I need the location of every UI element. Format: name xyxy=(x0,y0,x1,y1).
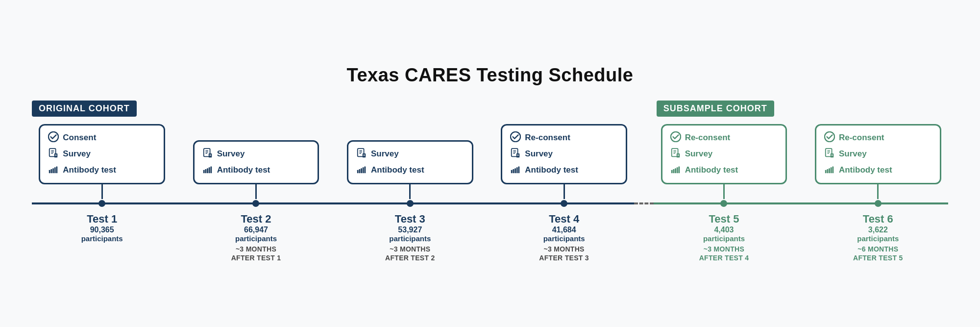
antibody-label-4: Antibody test xyxy=(525,165,578,175)
svg-rect-20 xyxy=(203,170,204,173)
test1-count: 90,365 xyxy=(32,226,172,234)
test6-count: 3,622 xyxy=(808,226,948,234)
stem-1 xyxy=(101,184,103,199)
survey-label-2: Survey xyxy=(217,149,245,159)
tl-dot-3 xyxy=(407,200,414,207)
test3-timing: ~3 MONTHSAFTER TEST 2 xyxy=(340,245,480,262)
test2-plabel: participants xyxy=(186,234,326,243)
test6-info: Test 6 3,622 participants ~6 MONTHSAFTER… xyxy=(808,213,948,262)
dashed-separator xyxy=(634,202,654,204)
test5-antibody-item: Antibody test xyxy=(670,164,778,177)
svg-rect-49 xyxy=(518,166,520,173)
svg-rect-24 xyxy=(210,166,212,173)
survey-icon-5 xyxy=(670,148,681,161)
page-title: Texas CARES Testing Schedule xyxy=(27,65,953,86)
svg-rect-34 xyxy=(361,168,362,173)
test3-box-col: Survey Antibody test xyxy=(340,140,480,184)
test2-timing: ~3 MONTHSAFTER TEST 1 xyxy=(186,245,326,262)
test6-timing: ~6 MONTHSAFTER TEST 5 xyxy=(808,245,948,262)
test4-box-col: Re-consent Survey Antibody test xyxy=(494,124,634,184)
antibody-icon-1 xyxy=(48,164,59,177)
svg-rect-73 xyxy=(829,168,830,173)
original-cohort-label: ORIGINAL COHORT xyxy=(32,101,137,117)
svg-rect-23 xyxy=(208,167,210,173)
survey-label-6: Survey xyxy=(839,149,867,159)
survey-icon-1 xyxy=(48,148,59,161)
tl-dot-5 xyxy=(720,200,727,207)
antibody-label-2: Antibody test xyxy=(217,165,270,175)
survey-label-3: Survey xyxy=(371,149,399,159)
svg-rect-61 xyxy=(676,167,678,173)
test6-reconsent-item: Re-consent xyxy=(824,131,932,145)
svg-point-0 xyxy=(49,132,58,142)
survey-icon-4 xyxy=(510,148,521,161)
antibody-icon-3 xyxy=(356,164,367,177)
info-row: Test 1 90,365 participants Test 2 66,947… xyxy=(27,213,953,262)
test2-survey-item: Survey xyxy=(202,148,310,161)
antibody-label-1: Antibody test xyxy=(63,165,116,175)
survey-label-1: Survey xyxy=(63,149,91,159)
test6-box-col: Re-consent Survey Antibody test xyxy=(808,124,948,184)
test5-plabel: participants xyxy=(654,234,794,243)
test1-info: Test 1 90,365 participants xyxy=(32,213,172,243)
test6-name: Test 6 xyxy=(808,213,948,226)
survey-icon-2 xyxy=(202,148,213,161)
tl-dot-4 xyxy=(561,200,567,207)
test6-box: Re-consent Survey Antibody test xyxy=(815,124,941,184)
svg-rect-74 xyxy=(831,167,832,173)
svg-rect-75 xyxy=(832,166,833,173)
antibody-icon-2 xyxy=(202,164,213,177)
tl-seg-3-4 xyxy=(480,202,494,204)
test4-name: Test 4 xyxy=(494,213,634,226)
consent-check-icon xyxy=(48,131,59,145)
tl-dot-6 xyxy=(875,200,882,207)
test4-reconsent-item: Re-consent xyxy=(510,131,618,145)
antibody-icon-4 xyxy=(510,164,521,177)
svg-rect-32 xyxy=(357,170,359,173)
svg-rect-48 xyxy=(516,167,518,173)
test1-plabel: participants xyxy=(32,234,172,243)
svg-point-50 xyxy=(671,132,681,142)
svg-rect-35 xyxy=(363,167,364,173)
test3-plabel: participants xyxy=(340,234,480,243)
tl-dot-1 xyxy=(98,200,105,207)
svg-rect-22 xyxy=(207,168,208,173)
test5-survey-item: Survey xyxy=(670,148,778,161)
test3-info: Test 3 53,927 participants ~3 MONTHSAFTE… xyxy=(340,213,480,262)
test1-survey-item: Survey xyxy=(48,148,156,161)
stem-5 xyxy=(723,184,725,199)
test3-survey-item: Survey xyxy=(356,148,464,161)
consent-label: Consent xyxy=(63,133,96,143)
test3-name: Test 3 xyxy=(340,213,480,226)
stem-6 xyxy=(877,184,879,199)
survey-label-4: Survey xyxy=(525,149,553,159)
svg-rect-58 xyxy=(671,170,672,173)
svg-rect-46 xyxy=(513,169,514,173)
test1-box-col: Consent Survey Antibody test xyxy=(32,124,172,184)
test1-box: Consent Survey Antibody test xyxy=(39,124,165,184)
test1-consent-item: Consent xyxy=(48,131,156,145)
test4-info: Test 4 41,684 participants ~3 MONTHSAFTE… xyxy=(494,213,634,262)
tl-seg-5-6 xyxy=(794,202,808,204)
reconsent-icon-4 xyxy=(510,131,521,145)
svg-rect-33 xyxy=(359,169,360,173)
test1-antibody-item: Antibody test xyxy=(48,164,156,177)
test2-box-col: Survey Antibody test xyxy=(186,140,326,184)
svg-rect-36 xyxy=(364,166,366,173)
survey-icon-3 xyxy=(356,148,367,161)
chart: ORIGINAL COHORT SUBSAMPLE COHORT xyxy=(27,101,953,262)
test6-antibody-item: Antibody test xyxy=(824,164,932,177)
svg-rect-59 xyxy=(673,169,674,173)
test4-timing: ~3 MONTHSAFTER TEST 3 xyxy=(494,245,634,262)
test4-survey-item: Survey xyxy=(510,148,618,161)
svg-rect-60 xyxy=(675,168,676,173)
survey-label-5: Survey xyxy=(685,149,713,159)
stem-3 xyxy=(409,184,411,199)
test5-reconsent-item: Re-consent xyxy=(670,131,778,145)
test4-count: 41,684 xyxy=(494,226,634,234)
svg-rect-21 xyxy=(205,169,206,173)
svg-rect-8 xyxy=(49,170,50,173)
test1-name: Test 1 xyxy=(32,213,172,226)
antibody-label-3: Antibody test xyxy=(371,165,424,175)
svg-rect-45 xyxy=(511,170,513,173)
